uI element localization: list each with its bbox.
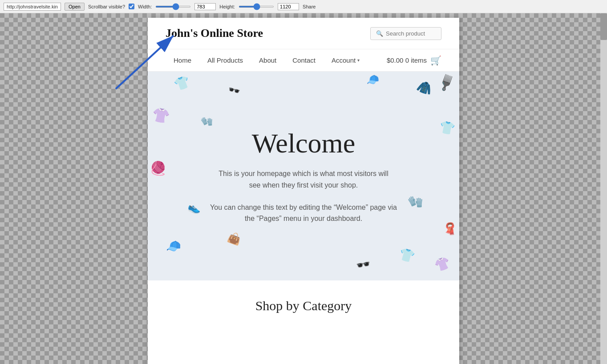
search-input[interactable] <box>386 30 435 37</box>
nav-account[interactable]: Account ▾ <box>324 49 368 71</box>
decor-sunglass-2: 🕶️ <box>355 256 372 272</box>
decor-shirt-4: 🧶 <box>150 160 167 176</box>
site-header: John's Online Store 🔍 <box>148 18 459 49</box>
scrollbar-checkbox[interactable] <box>129 4 134 9</box>
decor-mitten-1: 🧤 <box>407 193 425 211</box>
account-chevron-icon: ▾ <box>357 58 360 63</box>
nav-home[interactable]: Home <box>166 49 199 71</box>
height-slider[interactable] <box>239 6 274 8</box>
width-slider[interactable] <box>155 6 191 8</box>
browser-toolbar: http://johnstravelsite.kin Open Scrollba… <box>0 0 607 13</box>
decor-jacket-1: 🧥 <box>415 78 434 97</box>
decor-polo-1: 👕 <box>438 119 456 136</box>
cart-icon[interactable]: 🛒 <box>430 55 441 66</box>
scrollbar-label: Scrollbar visible? <box>88 4 125 9</box>
width-label: Width: <box>138 4 152 9</box>
hero-desc2: You can change this text by editing the … <box>210 202 397 224</box>
nav-all-products[interactable]: All Products <box>199 49 251 71</box>
nav-links: Home All Products About Contact Account … <box>166 49 368 71</box>
hero-banner: 👕 🕶️ 🧢 🧥 👚 🧤 🪮 👕 🧢 👜 🕶️ 👕 👚 🧶 🧣 👟 🧤 Welc… <box>148 72 459 280</box>
nav-about[interactable]: About <box>251 49 284 71</box>
decor-shirt-5: 🧣 <box>442 222 458 237</box>
hero-title: Welcome <box>252 128 356 159</box>
search-box: 🔍 <box>370 27 441 40</box>
height-input[interactable]: 1120 <box>278 3 299 10</box>
decor-shirt-3: 👕 <box>397 246 416 264</box>
height-label: Height: <box>219 4 235 9</box>
cart-section: $0.00 0 items 🛒 <box>387 55 441 66</box>
site-container: John's Online Store 🔍 Home All Products … <box>148 18 459 364</box>
scrollbar-thumb[interactable] <box>600 13 607 40</box>
page-wrapper: John's Online Store 🔍 Home All Products … <box>0 13 607 364</box>
decor-hat-2: 🧢 <box>165 239 182 255</box>
decor-bag-1: 👜 <box>226 231 243 247</box>
shop-category-title: Shop by Category <box>166 298 441 313</box>
site-nav: Home All Products About Contact Account … <box>148 49 459 72</box>
site-title: John's Online Store <box>166 27 263 40</box>
decor-tshirt-3: 👚 <box>433 255 452 274</box>
scrollbar-track[interactable] <box>600 13 607 364</box>
cart-amount: $0.00 0 items <box>387 56 427 64</box>
shop-section: Shop by Category <box>148 280 459 322</box>
decor-hat-1: 🧢 <box>365 73 380 88</box>
share-button[interactable]: Share <box>303 4 316 9</box>
search-icon: 🔍 <box>376 30 383 37</box>
decor-disk-1: 🪮 <box>436 72 457 92</box>
decor-tshirt-2: 👚 <box>151 106 171 125</box>
decor-sunglass-1: 🕶️ <box>227 84 241 98</box>
decor-jacket-2: 🧤 <box>200 115 214 129</box>
hero-desc1: This is your homepage which is what most… <box>214 168 393 191</box>
open-button[interactable]: Open <box>65 3 85 11</box>
url-bar[interactable]: http://johnstravelsite.kin <box>4 3 61 11</box>
nav-contact[interactable]: Contact <box>284 49 324 71</box>
width-input[interactable]: 783 <box>194 3 216 10</box>
decor-boots-1: 👟 <box>187 200 202 215</box>
decor-shirt-1: 👕 <box>172 74 192 93</box>
